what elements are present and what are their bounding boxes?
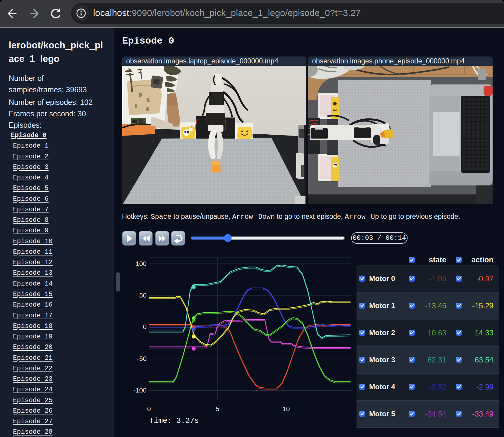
svg-text:-50: -50 — [137, 355, 147, 362]
svg-text:-100: -100 — [133, 387, 147, 394]
svg-text:5: 5 — [216, 405, 219, 413]
svg-text:0: 0 — [147, 405, 151, 413]
svg-text:10: 10 — [282, 405, 290, 413]
svg-text:0: 0 — [143, 323, 147, 331]
svg-text:50: 50 — [139, 292, 147, 299]
svg-text:100: 100 — [135, 260, 147, 267]
